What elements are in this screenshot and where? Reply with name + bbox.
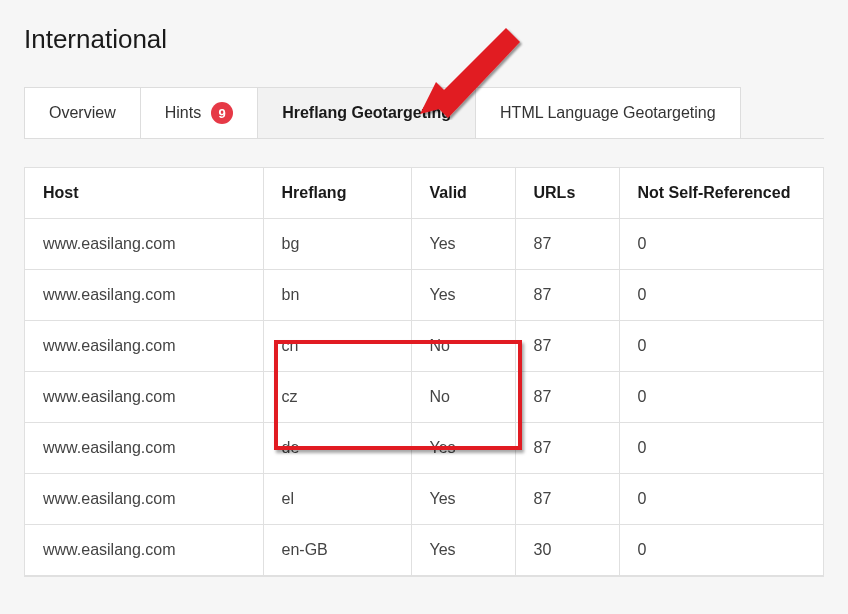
table-row[interactable]: www.easilang.comelYes870 [25,474,823,525]
table-row[interactable]: www.easilang.combgYes870 [25,219,823,270]
tab-hreflang-geotargeting[interactable]: Hreflang Geotargeting [257,87,476,138]
table-row[interactable]: www.easilang.comcnNo870 [25,321,823,372]
cell-nsr: 0 [619,474,823,525]
col-urls[interactable]: URLs [515,168,619,219]
cell-hreflang: cz [263,372,411,423]
table-row[interactable]: www.easilang.comdeYes870 [25,423,823,474]
cell-nsr: 0 [619,423,823,474]
page-title: International [24,24,824,55]
cell-nsr: 0 [619,372,823,423]
cell-host: www.easilang.com [25,372,263,423]
cell-urls: 87 [515,321,619,372]
cell-urls: 87 [515,423,619,474]
cell-valid: Yes [411,423,515,474]
tab-overview[interactable]: Overview [24,87,141,138]
cell-hreflang: en-GB [263,525,411,576]
tab-label: HTML Language Geotargeting [500,104,716,122]
cell-valid: Yes [411,270,515,321]
cell-valid: No [411,321,515,372]
cell-valid: Yes [411,219,515,270]
tab-hints[interactable]: Hints 9 [140,87,258,138]
col-hreflang[interactable]: Hreflang [263,168,411,219]
cell-host: www.easilang.com [25,423,263,474]
cell-urls: 87 [515,270,619,321]
cell-nsr: 0 [619,321,823,372]
col-host[interactable]: Host [25,168,263,219]
tab-label: Hreflang Geotargeting [282,104,451,122]
cell-urls: 30 [515,525,619,576]
tab-label: Overview [49,104,116,122]
table-row[interactable]: www.easilang.comczNo870 [25,372,823,423]
cell-urls: 87 [515,372,619,423]
col-not-self-referenced[interactable]: Not Self-Referenced [619,168,823,219]
table-row[interactable]: www.easilang.combnYes870 [25,270,823,321]
cell-nsr: 0 [619,270,823,321]
table-header-row: Host Hreflang Valid URLs Not Self-Refere… [25,168,823,219]
table-row[interactable]: www.easilang.comen-GBYes300 [25,525,823,576]
cell-host: www.easilang.com [25,474,263,525]
hints-badge: 9 [211,102,233,124]
cell-hreflang: bn [263,270,411,321]
cell-hreflang: cn [263,321,411,372]
cell-host: www.easilang.com [25,270,263,321]
cell-valid: No [411,372,515,423]
cell-host: www.easilang.com [25,219,263,270]
cell-valid: Yes [411,474,515,525]
cell-hreflang: el [263,474,411,525]
col-valid[interactable]: Valid [411,168,515,219]
cell-hreflang: bg [263,219,411,270]
cell-nsr: 0 [619,525,823,576]
cell-urls: 87 [515,474,619,525]
cell-hreflang: de [263,423,411,474]
tabs: Overview Hints 9 Hreflang Geotargeting H… [24,87,824,139]
tab-html-language-geotargeting[interactable]: HTML Language Geotargeting [475,87,741,138]
geotargeting-table: Host Hreflang Valid URLs Not Self-Refere… [24,167,824,577]
tab-label: Hints [165,104,201,122]
cell-nsr: 0 [619,219,823,270]
cell-valid: Yes [411,525,515,576]
cell-host: www.easilang.com [25,321,263,372]
cell-urls: 87 [515,219,619,270]
cell-host: www.easilang.com [25,525,263,576]
